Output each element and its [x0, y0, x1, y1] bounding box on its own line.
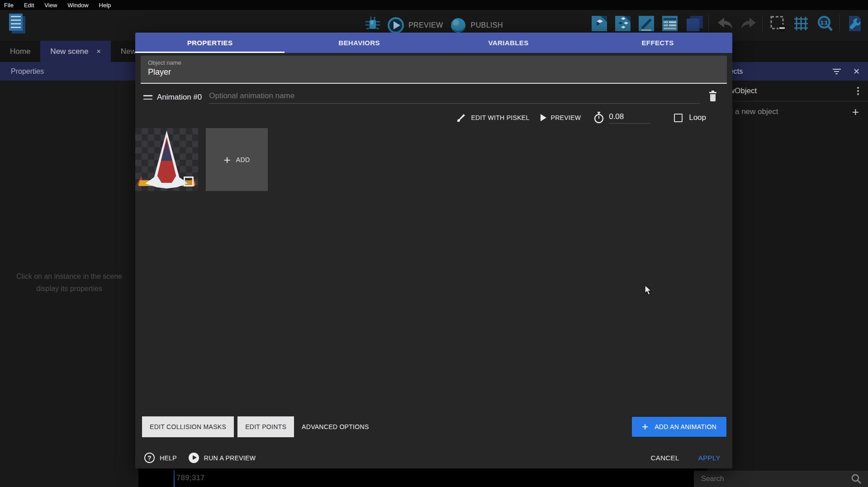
publish-label: PUBLISH: [471, 21, 503, 29]
edit-scene-icon[interactable]: [638, 15, 655, 32]
object-name-field-label: Object name: [148, 59, 720, 66]
tab-new-scene-label: New scene: [50, 47, 88, 56]
close-panel-icon[interactable]: ✕: [853, 67, 860, 76]
search-input[interactable]: [701, 475, 851, 483]
events-list-icon[interactable]: [661, 15, 678, 32]
objects-groups-icon[interactable]: [614, 15, 631, 32]
animation-frames-strip: + ADD: [135, 128, 268, 191]
menu-view[interactable]: View: [44, 2, 57, 9]
preview-play-icon: [387, 17, 404, 34]
svg-text:1:1: 1:1: [821, 20, 827, 25]
properties-empty-message: Click on an instance in the scene displa…: [0, 270, 138, 295]
cursor-coordinates: 789;317: [176, 473, 204, 482]
plus-icon: +: [224, 154, 231, 166]
add-new-object-label: Add a new object: [719, 107, 852, 116]
menu-bar: File Edit View Window Help: [0, 0, 868, 10]
help-icon: ?: [144, 453, 155, 463]
zoom-original-icon[interactable]: 1:1: [816, 15, 833, 32]
help-button[interactable]: ? HELP: [144, 453, 177, 463]
publish-globe-icon: [450, 17, 467, 34]
stopwatch-icon: [593, 112, 604, 124]
dialog-tab-properties[interactable]: PROPERTIES: [135, 33, 285, 53]
play-circle-icon: [189, 453, 199, 463]
tools-icon[interactable]: [846, 15, 863, 32]
dialog-tab-effects[interactable]: EFFECTS: [583, 33, 732, 53]
dialog-action-row: ? HELP RUN A PREVIEW CANCEL APPLY: [135, 447, 732, 468]
animation-name-input[interactable]: [209, 91, 700, 104]
mouse-cursor: [645, 285, 655, 298]
undo-icon[interactable]: [715, 15, 732, 32]
loop-toggle[interactable]: Loop: [674, 113, 706, 122]
plus-icon: +: [642, 421, 648, 432]
menu-file[interactable]: File: [4, 2, 14, 9]
animation-header-row: Animation #0: [135, 88, 732, 107]
tab-new-scene[interactable]: New scene ×: [40, 41, 110, 62]
object-name-field-card: Object name: [141, 56, 727, 84]
animation-tools-row: EDIT WITH PISKEL PREVIEW Loop: [135, 109, 732, 127]
advanced-options-button[interactable]: ADVANCED OPTIONS: [302, 423, 369, 430]
tab-home-label: Home: [10, 47, 30, 56]
dialog-tab-behaviors[interactable]: BEHAVIORS: [285, 33, 434, 53]
canvas-edge-line: [174, 470, 175, 487]
grid-icon[interactable]: [792, 15, 810, 32]
dialog-secondary-buttons: EDIT COLLISION MASKS EDIT POINTS ADVANCE…: [135, 416, 732, 437]
properties-panel-header: Properties: [0, 62, 138, 81]
run-a-preview-button[interactable]: RUN A PREVIEW: [189, 453, 256, 463]
object-menu-icon[interactable]: [857, 87, 859, 95]
plus-icon: +: [852, 106, 859, 118]
add-frame-button[interactable]: + ADD: [206, 128, 268, 191]
play-icon: [541, 114, 546, 121]
preview-animation-button[interactable]: PREVIEW: [538, 112, 584, 123]
object-name-label: NewObject: [719, 86, 857, 95]
frame-thumbnail[interactable]: [135, 128, 198, 191]
properties-panel-title: Properties: [11, 67, 44, 76]
menu-help[interactable]: Help: [99, 2, 111, 9]
gdevelop-window: File Edit View Window Help: [0, 0, 868, 487]
trash-icon: [708, 91, 718, 102]
layers-icon[interactable]: [685, 15, 702, 32]
dialog-tab-bar: PROPERTIES BEHAVIORS VARIABLES EFFECTS: [135, 33, 732, 53]
instance-properties-panel: Properties Click on an instance in the s…: [0, 62, 138, 487]
preview-button[interactable]: PREVIEW: [387, 17, 443, 34]
redo-icon[interactable]: [739, 15, 756, 32]
tab-close-icon[interactable]: ×: [96, 48, 100, 56]
search-icon: [851, 473, 862, 484]
export-object-icon[interactable]: [591, 15, 608, 32]
edit-points-button[interactable]: EDIT POINTS: [237, 416, 294, 437]
menu-edit[interactable]: Edit: [24, 2, 34, 9]
loop-checkbox[interactable]: [674, 114, 683, 122]
loop-label: Loop: [689, 113, 706, 122]
tab-new-label: New: [121, 47, 136, 56]
object-name-input[interactable]: [148, 67, 720, 77]
delete-animation-button[interactable]: [708, 91, 718, 104]
tab-home[interactable]: Home: [0, 41, 40, 62]
add-frame-label: ADD: [236, 156, 250, 163]
search-bar: [694, 471, 868, 487]
filter-icon[interactable]: [832, 69, 841, 74]
preview-label: PREVIEW: [408, 21, 443, 29]
dialog-tab-variables[interactable]: VARIABLES: [434, 33, 583, 53]
drag-handle-icon[interactable]: [143, 95, 152, 100]
edit-with-piskel-button[interactable]: EDIT WITH PISKEL: [454, 111, 532, 124]
animation-title: Animation #0: [157, 93, 202, 102]
time-between-frames-input[interactable]: [609, 112, 650, 124]
objects-panel-title: Objects: [718, 67, 832, 76]
brush-icon: [456, 113, 466, 123]
frame-select-checkbox[interactable]: [184, 177, 194, 186]
add-an-animation-button[interactable]: + ADD AN ANIMATION: [632, 417, 726, 437]
menu-window[interactable]: Window: [67, 2, 88, 9]
edit-collision-masks-button[interactable]: EDIT COLLISION MASKS: [142, 416, 234, 437]
apply-button[interactable]: APPLY: [698, 454, 721, 462]
cancel-button[interactable]: CANCEL: [651, 454, 679, 462]
object-editor-dialog: PROPERTIES BEHAVIORS VARIABLES EFFECTS O…: [135, 33, 732, 468]
project-manager-icon[interactable]: [8, 14, 27, 34]
publish-button[interactable]: PUBLISH: [450, 17, 503, 34]
deselect-instances-icon[interactable]: [769, 15, 786, 32]
